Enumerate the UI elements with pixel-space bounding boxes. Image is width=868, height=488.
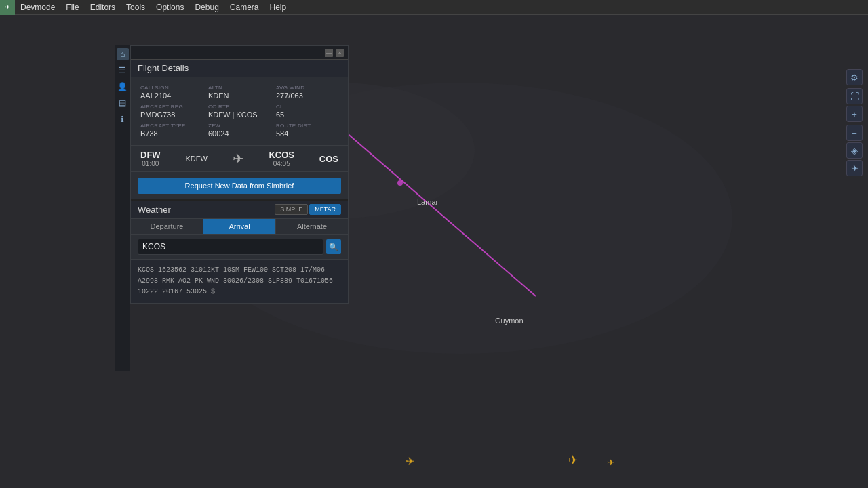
aircraft-type-label: AIRCRAFT TYPE: [140, 123, 203, 129]
zoom-in-btn[interactable]: + [846, 106, 863, 122]
altn-value: KDEN [208, 92, 271, 100]
arr-airport-time: 04:05 [269, 160, 294, 167]
panel-title-controls: — × [325, 49, 344, 57]
request-simbrief-btn[interactable]: Request New Data from Simbrief [138, 178, 341, 194]
dest-airport-code: COS [319, 154, 338, 164]
menu-file[interactable]: File [60, 0, 84, 14]
zfw-value: 60024 [208, 129, 271, 138]
avg-wind-value: 277/063 [276, 92, 338, 100]
menubar: ✈ Devmode File Editors Tools Options Deb… [0, 0, 868, 15]
zfw-label: ZFW: [208, 123, 271, 129]
callsign-cell: CALLSIGN AAL2104 [138, 83, 205, 102]
weather-tab-departure[interactable]: Departure [131, 219, 203, 234]
metar-text-display: KCOS 1623562 31012KT 10SM FEW100 SCT208 … [131, 260, 348, 303]
menu-tools[interactable]: Tools [121, 0, 151, 14]
aircraft-type-value: B738 [140, 129, 203, 138]
cl-cell: CL 65 [273, 102, 341, 121]
metar-input-row: 🔍 [131, 235, 348, 260]
sidebar-info-icon[interactable]: ℹ [117, 113, 129, 125]
arr-airport-code: KCOS [269, 150, 294, 160]
departure-airport: DFW 01:00 [140, 150, 161, 167]
sidebar-home-icon[interactable]: ⌂ [117, 48, 129, 60]
fit-map-btn[interactable]: ⛶ [846, 88, 863, 104]
avg-wind-label: AVG WIND: [276, 85, 338, 91]
dep-airport-time: 01:00 [140, 160, 161, 167]
zfw-cell: ZFW: 60024 [205, 121, 273, 140]
panel-titlebar: — × [131, 46, 348, 60]
dep-airport-code: DFW [140, 150, 161, 160]
aircraft-reg-value: PMDG738 [140, 110, 203, 119]
menu-options[interactable]: Options [151, 0, 189, 14]
menu-help[interactable]: Help [264, 0, 292, 14]
waypoint1-code: KDFW [185, 155, 207, 163]
sidebar-user-icon[interactable]: 👤 [117, 81, 129, 93]
co-rte-label: CO RTE: [208, 104, 271, 110]
callsign-value: AAL2104 [140, 92, 203, 100]
weather-tabs: Departure Arrival Alternate [131, 219, 348, 235]
co-rte-cell: CO RTE: KDFW | KCOS [205, 102, 273, 121]
aircraft-type-cell: AIRCRAFT TYPE: B738 [138, 121, 205, 140]
altn-cell: ALTN KDEN [205, 83, 273, 102]
metar-search-input[interactable] [138, 239, 323, 255]
dest-airport: COS [319, 154, 338, 164]
aircraft-map-icon-2: ✈ [568, 453, 578, 468]
aircraft-map-icon-1: ✈ [406, 455, 414, 468]
sidebar: ⌂ ☰ 👤 ▤ ℹ [115, 45, 130, 371]
waypoint1: KDFW [185, 155, 207, 163]
cl-value: 65 [276, 110, 338, 119]
center-map-btn[interactable]: ◈ [846, 142, 863, 159]
callsign-label: CALLSIGN [140, 85, 203, 91]
weather-tab-arrival[interactable]: Arrival [203, 219, 276, 234]
weather-type-toggle: SIMPLE METAR [275, 204, 341, 215]
menu-editors[interactable]: Editors [85, 0, 121, 14]
panel-minimize-btn[interactable]: — [325, 49, 333, 57]
panel-close-btn[interactable]: × [336, 49, 344, 57]
map-area: 00:18 UTC Lamar Guymon ⚙ ⛶ + − ◈ ✈ ✈ ✈ ✈… [0, 15, 868, 488]
menu-debug[interactable]: Debug [189, 0, 224, 14]
map-label-lamar: Lamar [417, 198, 438, 206]
route-dist-label: ROUTE DIST: [276, 123, 338, 129]
flight-details-panel: — × Flight Details CALLSIGN AAL2104 ALTN… [130, 45, 349, 304]
weather-header: Weather SIMPLE METAR [131, 201, 348, 219]
aircraft-track-btn[interactable]: ✈ [846, 160, 863, 176]
zoom-out-btn[interactable]: − [846, 125, 863, 141]
weather-tab-alternate[interactable]: Alternate [276, 219, 348, 234]
toggle-simple-btn[interactable]: SIMPLE [275, 204, 308, 215]
metar-search-btn[interactable]: 🔍 [326, 239, 341, 254]
svg-point-4 [397, 180, 403, 186]
aircraft-reg-cell: AIRCRAFT REG: PMDG738 [138, 102, 205, 121]
aircraft-reg-label: AIRCRAFT REG: [140, 104, 203, 110]
weather-section: Weather SIMPLE METAR Departure Arrival A… [131, 199, 348, 303]
map-label-guymon: Guymon [495, 317, 524, 325]
menu-devmode[interactable]: Devmode [15, 0, 60, 14]
weather-title: Weather [138, 205, 171, 215]
flight-details-header: Flight Details [131, 60, 348, 77]
route-dist-cell: ROUTE DIST: 584 [273, 121, 341, 140]
co-rte-value: KDFW | KCOS [208, 110, 271, 119]
route-dist-value: 584 [276, 129, 338, 138]
altn-label: ALTN [208, 85, 271, 91]
route-arrow-icon: ✈ [233, 150, 244, 167]
aircraft-map-icon-3: ✈ [607, 457, 615, 468]
route-bar: DFW 01:00 KDFW ✈ KCOS 04:05 COS [131, 145, 348, 172]
avg-wind-cell: AVG WIND: 277/063 [273, 83, 341, 102]
settings-map-btn[interactable]: ⚙ [846, 69, 863, 85]
app-icon: ✈ [0, 0, 15, 15]
sidebar-file-icon[interactable]: ☰ [117, 64, 129, 77]
sidebar-stats-icon[interactable]: ▤ [117, 97, 129, 109]
toggle-metar-btn[interactable]: METAR [309, 204, 341, 215]
flight-info-grid: CALLSIGN AAL2104 ALTN KDEN AVG WIND: 277… [131, 77, 348, 142]
cl-label: CL [276, 104, 338, 110]
menu-camera[interactable]: Camera [224, 0, 264, 14]
arrival-airport: KCOS 04:05 [269, 150, 294, 167]
